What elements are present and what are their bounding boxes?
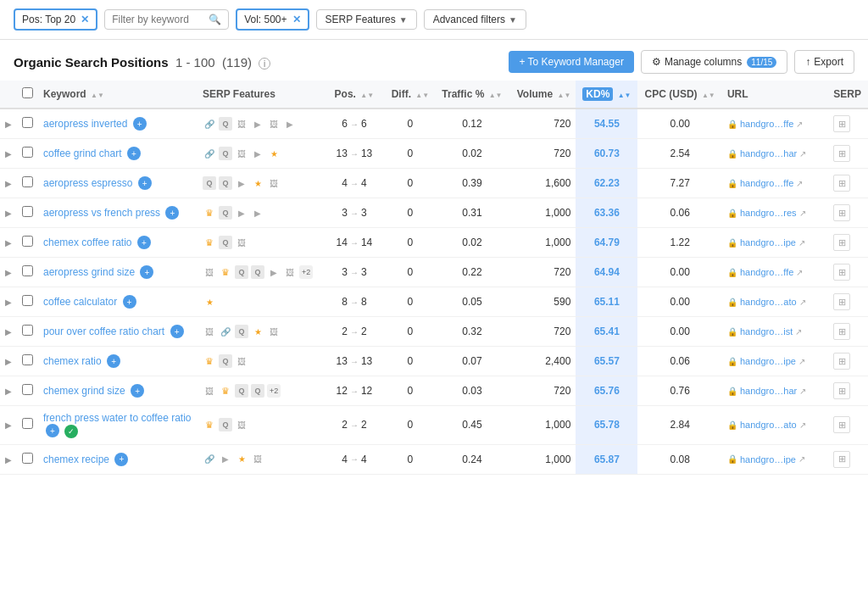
keyword-link[interactable]: aeropress grind size (43, 266, 135, 278)
add-keyword-icon[interactable]: + (140, 265, 153, 279)
keyword-link[interactable]: coffee grind chart (43, 148, 122, 159)
expand-arrow[interactable]: ▶ (5, 238, 12, 248)
row-checkbox[interactable] (22, 176, 33, 187)
th-serp-features[interactable]: SERP Features (198, 81, 323, 109)
add-keyword-icon[interactable]: + (165, 206, 179, 220)
add-keyword-icon[interactable]: + (133, 117, 147, 131)
add-keyword-icon[interactable]: + (114, 453, 128, 466)
external-link-icon[interactable]: ↗ (796, 179, 803, 188)
th-traffic[interactable]: Traffic % ▲▼ (435, 81, 509, 109)
row-checkbox[interactable] (22, 384, 33, 395)
checkbox-cell[interactable] (17, 347, 38, 376)
add-keyword-icon[interactable]: + (46, 424, 59, 437)
expand-arrow[interactable]: ▶ (5, 357, 12, 366)
serp-grid-icon[interactable]: ⊞ (833, 382, 850, 399)
serp-grid-icon[interactable]: ⊞ (833, 293, 850, 310)
info-icon[interactable]: i (259, 58, 270, 70)
external-link-icon[interactable]: ↗ (798, 454, 805, 464)
keyword-link[interactable]: chemex ratio (43, 355, 102, 367)
th-volume[interactable]: Volume ▲▼ (509, 81, 576, 109)
expand-arrow[interactable]: ▶ (5, 179, 12, 188)
expand-arrow[interactable]: ▶ (5, 298, 12, 307)
vol-filter-tag[interactable]: Vol: 500+ ✕ (236, 8, 309, 31)
volume-sort[interactable]: ▲▼ (558, 92, 571, 99)
add-keyword-icon[interactable]: + (137, 236, 151, 249)
checkbox-cell[interactable] (17, 317, 38, 347)
th-serp2[interactable]: SERP (828, 81, 868, 109)
checkbox-cell[interactable] (17, 376, 38, 406)
keyword-link[interactable]: chemex coffee ratio (43, 237, 132, 248)
add-keyword-icon[interactable]: + (131, 384, 144, 398)
expand-arrow[interactable]: ▶ (5, 268, 12, 277)
th-kd[interactable]: KD% ▲▼ (576, 81, 637, 109)
traffic-sort[interactable]: ▲▼ (489, 92, 503, 99)
row-checkbox[interactable] (22, 354, 33, 365)
keyword-link[interactable]: chemex grind size (43, 385, 125, 397)
add-keyword-icon[interactable]: + (127, 147, 141, 160)
manage-columns-button[interactable]: ⚙ Manage columns 11/15 (641, 50, 787, 74)
external-link-icon[interactable]: ↗ (796, 120, 803, 129)
serp-features-filter[interactable]: SERP Features ▼ (316, 9, 417, 30)
row-checkbox[interactable] (22, 265, 33, 276)
row-checkbox[interactable] (22, 147, 33, 158)
pos-sort[interactable]: ▲▼ (360, 92, 374, 99)
expand-arrow[interactable]: ▶ (5, 209, 12, 218)
checkbox-cell[interactable] (17, 169, 38, 198)
keyword-sort[interactable]: ▲▼ (91, 92, 104, 99)
select-all-checkbox[interactable] (22, 87, 33, 98)
keyword-link[interactable]: aeropress espresso (43, 177, 132, 189)
external-link-icon[interactable]: ↗ (799, 420, 806, 430)
keyword-link[interactable]: chemex recipe (43, 453, 109, 465)
keyword-link[interactable]: coffee calculator (43, 296, 117, 308)
serp-grid-icon[interactable]: ⊞ (833, 115, 850, 132)
add-keyword-icon[interactable]: + (123, 295, 136, 309)
keyword-filter-input[interactable] (112, 14, 205, 25)
pos-filter-tag[interactable]: Pos: Top 20 ✕ (14, 8, 97, 31)
row-checkbox[interactable] (22, 453, 33, 464)
external-link-icon[interactable]: ↗ (795, 327, 802, 337)
row-checkbox[interactable] (22, 117, 33, 128)
keyword-link[interactable]: aeropress inverted (43, 118, 127, 130)
checkbox-cell[interactable] (17, 258, 38, 287)
checkbox-cell[interactable] (17, 198, 38, 228)
expand-arrow[interactable]: ▶ (5, 387, 12, 396)
serp-grid-icon[interactable]: ⊞ (833, 175, 850, 192)
serp-grid-icon[interactable]: ⊞ (833, 204, 850, 221)
checkbox-cell[interactable] (17, 406, 38, 445)
external-link-icon[interactable]: ↗ (799, 298, 806, 307)
row-checkbox[interactable] (22, 236, 33, 247)
vol-filter-close[interactable]: ✕ (292, 14, 301, 25)
external-link-icon[interactable]: ↗ (799, 209, 806, 218)
th-url[interactable]: URL (722, 81, 828, 109)
keyword-link[interactable]: pour over coffee ratio chart (43, 326, 164, 337)
checkbox-cell[interactable] (17, 287, 38, 317)
add-keyword-icon[interactable]: + (170, 325, 184, 338)
cpc-sort[interactable]: ▲▼ (702, 92, 715, 99)
expand-arrow[interactable]: ▶ (5, 120, 12, 129)
serp-grid-icon[interactable]: ⊞ (833, 323, 850, 340)
row-checkbox[interactable] (22, 206, 33, 217)
row-checkbox[interactable] (22, 325, 33, 336)
serp-grid-icon[interactable]: ⊞ (833, 353, 850, 370)
external-link-icon[interactable]: ↗ (798, 238, 805, 248)
expand-arrow[interactable]: ▶ (5, 327, 12, 337)
keyword-link[interactable]: aeropress vs french press (43, 207, 160, 219)
th-diff[interactable]: Diff. ▲▼ (385, 81, 435, 109)
checkbox-cell[interactable] (17, 109, 38, 139)
serp-grid-icon[interactable]: ⊞ (833, 145, 850, 162)
th-pos[interactable]: Pos. ▲▼ (323, 81, 385, 109)
row-checkbox[interactable] (22, 418, 33, 429)
serp-grid-icon[interactable]: ⊞ (833, 264, 850, 281)
serp-grid-icon[interactable]: ⊞ (833, 416, 850, 433)
add-keyword-icon[interactable]: + (138, 176, 152, 190)
to-keyword-manager-button[interactable]: + To Keyword Manager (509, 51, 634, 73)
expand-arrow[interactable]: ▶ (5, 149, 12, 159)
th-checkbox[interactable] (17, 81, 38, 109)
checkbox-cell[interactable] (17, 228, 38, 258)
serp-grid-icon[interactable]: ⊞ (833, 451, 850, 468)
row-checkbox[interactable] (22, 295, 33, 306)
expand-arrow[interactable]: ▶ (5, 420, 12, 430)
checkbox-cell[interactable] (17, 444, 38, 474)
th-keyword[interactable]: Keyword ▲▼ (38, 81, 198, 109)
th-cpc[interactable]: CPC (USD) ▲▼ (637, 81, 721, 109)
